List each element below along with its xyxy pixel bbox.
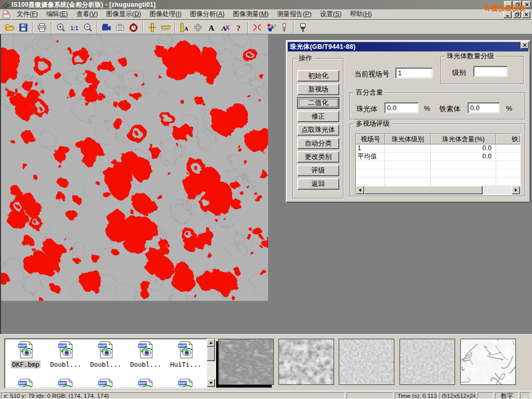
grade-group-label: 珠光体数量分级: [445, 52, 496, 60]
col-pearlite-grade: 珠光体级别: [385, 134, 431, 144]
camcorder-icon[interactable]: [100, 21, 113, 34]
mdi-minimize-button[interactable]: [503, 11, 512, 18]
auto-classify-button[interactable]: 自动分类: [297, 138, 339, 149]
bmp-file-icon: BMP: [57, 341, 75, 358]
file-item-clipped[interactable]: BMP: [166, 378, 206, 387]
thumbnail-1[interactable]: [218, 339, 274, 385]
file-item-clipped[interactable]: BMP: [46, 378, 86, 387]
menu-settings[interactable]: 设置(S): [316, 9, 346, 19]
mdi-restore-button[interactable]: [513, 11, 521, 18]
pen-nib-icon[interactable]: [277, 21, 291, 34]
file-browser-scrollbar[interactable]: [207, 339, 215, 387]
rate-button[interactable]: 评级: [297, 165, 339, 176]
table-row[interactable]: 平均值0.0: [356, 153, 521, 161]
minimize-button[interactable]: [504, 1, 512, 8]
svg-text:3: 3: [274, 23, 276, 26]
file-item[interactable]: BMPDKF.bmp: [6, 341, 46, 368]
cross-marker-icon[interactable]: [191, 21, 205, 34]
file-name[interactable]: Doubl...: [126, 361, 166, 368]
svg-text:A: A: [209, 23, 215, 32]
dialog-title-bar[interactable]: 珠光体(GB/T9441-88): [288, 42, 528, 51]
scrollbar-track[interactable]: [207, 361, 215, 379]
percent-group-label: 百分含量: [354, 88, 385, 97]
percent-sign: %: [506, 104, 512, 112]
menu-image-display[interactable]: 图像显示(D): [102, 9, 145, 19]
status-empty-panel: [477, 392, 494, 399]
file-item[interactable]: BMPDoubl...: [126, 341, 166, 368]
file-item-clipped[interactable]: BMP: [126, 378, 166, 387]
correct-button[interactable]: 修正: [297, 111, 339, 122]
zoom-out-icon[interactable]: [81, 21, 95, 34]
file-item[interactable]: BMPDoubl...: [86, 341, 126, 368]
actual-size-icon[interactable]: 1:1: [68, 21, 81, 34]
file-item-clipped[interactable]: BMP: [86, 378, 126, 387]
text-icon[interactable]: A: [205, 21, 218, 34]
help-icon[interactable]: ?: [232, 21, 245, 34]
save-icon[interactable]: [17, 21, 30, 34]
status-mode: 数字: [495, 392, 518, 399]
pick-pearlite-button[interactable]: 点取珠光体: [297, 124, 339, 136]
horizontal-ruler-icon[interactable]: [159, 21, 172, 34]
scrollbar-track[interactable]: [483, 186, 512, 194]
thumbnail-5[interactable]: [460, 339, 516, 385]
close-button[interactable]: [523, 1, 531, 8]
scroll-left-arrow[interactable]: [356, 186, 364, 194]
zoom-in-icon[interactable]: [54, 21, 68, 34]
metallographic-image[interactable]: [1, 34, 268, 301]
classify-balls-icon[interactable]: 132: [264, 21, 277, 34]
scroll-down-arrow[interactable]: [207, 379, 215, 387]
open-file-icon[interactable]: [3, 21, 17, 34]
menu-edit[interactable]: 编辑(E): [42, 9, 72, 19]
mdi-window-controls: [503, 11, 530, 18]
ferrite-percent-input[interactable]: [468, 102, 500, 113]
file-item[interactable]: BMPDoubl...: [46, 341, 86, 368]
vertical-ruler-icon[interactable]: [145, 21, 159, 34]
scrollbar-thumb[interactable]: [207, 347, 215, 361]
menu-measure-report[interactable]: 测量报告(P): [273, 9, 316, 19]
new-field-button[interactable]: 新视场: [297, 84, 339, 95]
scroll-right-arrow[interactable]: [512, 186, 520, 194]
pearlite-percent-input[interactable]: [384, 102, 419, 113]
operations-group: 操作 初始化 新视场 二值化 修正 点取珠光体 自动分类 更改类别 评级 返回: [292, 58, 343, 198]
menu-file[interactable]: 文件(F): [12, 9, 42, 19]
file-item[interactable]: BMPHuiTi...: [166, 341, 206, 368]
curve-delete-icon[interactable]: [250, 21, 264, 34]
file-name[interactable]: Doubl...: [46, 361, 86, 368]
binarize-button[interactable]: 二值化: [297, 97, 339, 109]
camera-icon[interactable]: [113, 21, 127, 34]
scrollbar-thumb[interactable]: [364, 186, 483, 194]
file-name[interactable]: DKF.bmp: [11, 361, 41, 368]
brush-icon[interactable]: [296, 21, 310, 34]
return-button[interactable]: 返回: [297, 178, 339, 190]
text-delete-icon[interactable]: A: [218, 21, 232, 34]
bmp-file-icon: BMP: [177, 378, 195, 387]
annotate-ruler-icon[interactable]: A: [178, 21, 191, 34]
menu-image-measure[interactable]: 图像测量(M): [229, 9, 273, 19]
status-bar: x: 510 y: 79 idx: 0 RGB: (174, 174, 174)…: [0, 391, 532, 399]
menu-help[interactable]: 帮助(H): [345, 9, 376, 19]
thumbnail-2[interactable]: [278, 339, 334, 385]
dialog-close-button[interactable]: [521, 42, 529, 49]
timer-icon[interactable]: [127, 21, 140, 34]
svg-text:A: A: [184, 25, 189, 31]
current-field-input[interactable]: [395, 68, 433, 78]
menu-view[interactable]: 查看(V): [72, 9, 102, 19]
svg-text:?: ?: [236, 23, 241, 32]
multi-field-table: 视场号珠光体级别珠光体含量(%)铁素体含量(%) 10.0 平均值0.0: [355, 134, 521, 195]
file-item-clipped[interactable]: BMP: [6, 378, 46, 387]
initialize-button[interactable]: 初始化: [297, 70, 339, 82]
menu-image-analysis[interactable]: 图像分析(A): [186, 9, 229, 19]
change-class-button[interactable]: 更改类别: [297, 151, 339, 163]
print-icon[interactable]: [35, 21, 49, 34]
file-name[interactable]: Doubl...: [86, 361, 126, 368]
thumbnail-4[interactable]: [400, 339, 455, 385]
table-row[interactable]: 10.0: [356, 144, 521, 153]
grade-input[interactable]: [473, 66, 508, 77]
thumbnail-3[interactable]: [339, 339, 394, 385]
scroll-up-arrow[interactable]: [207, 339, 215, 347]
mdi-close-button[interactable]: [522, 11, 530, 18]
menu-image-processing[interactable]: 图像处理(I): [145, 9, 186, 19]
table-horizontal-scrollbar[interactable]: [356, 186, 520, 194]
file-name[interactable]: HuiTi...: [166, 361, 206, 368]
restore-button[interactable]: [513, 1, 522, 8]
